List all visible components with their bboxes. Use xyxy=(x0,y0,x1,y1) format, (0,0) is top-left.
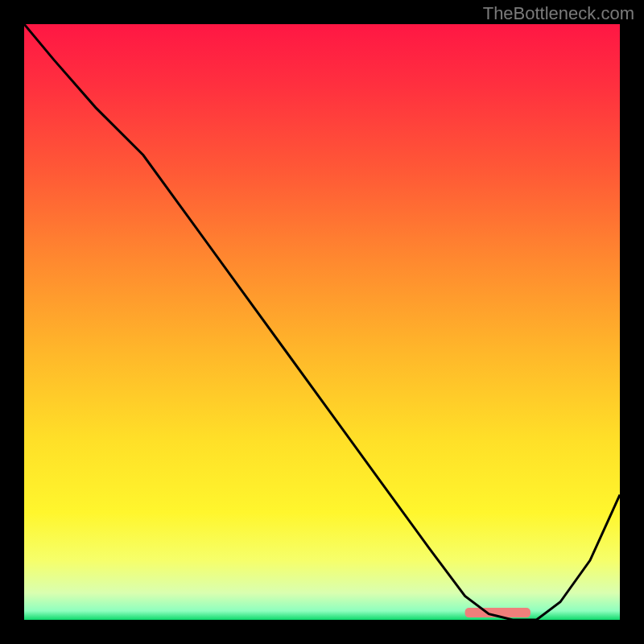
chart-svg xyxy=(24,24,620,620)
watermark-text: TheBottleneck.com xyxy=(483,3,634,24)
chart-area xyxy=(24,24,620,620)
gradient-bg xyxy=(24,24,620,620)
